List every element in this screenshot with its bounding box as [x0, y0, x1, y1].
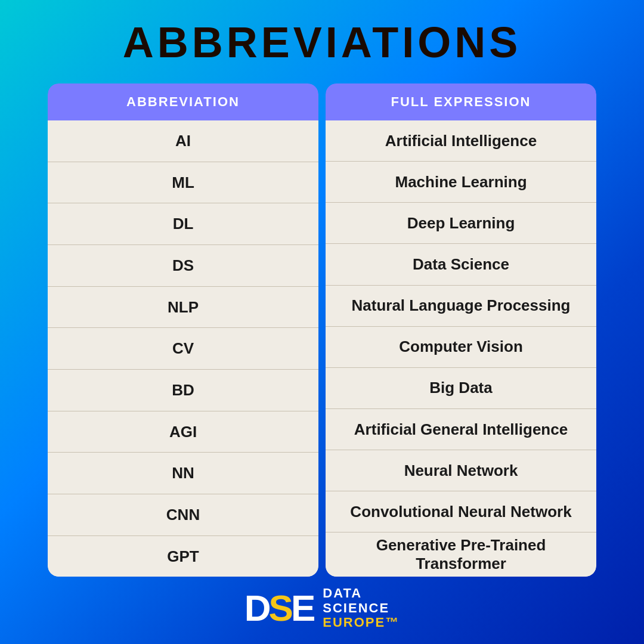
table-row: GPT — [48, 536, 318, 577]
table-row: Computer Vision — [326, 327, 596, 368]
page-title: ABBREVIATIONS — [123, 18, 522, 67]
table-row: Big Data — [326, 368, 596, 409]
full-expression-column-body: Artificial IntelligenceMachine LearningD… — [326, 120, 596, 577]
table-row: NLP — [48, 287, 318, 329]
abbreviation-column: ABBREVIATION AIMLDLDSNLPCVBDAGINNCNNGPT — [48, 83, 318, 577]
full-expression-column-header: FULL EXPRESSION — [326, 83, 596, 120]
table-row: DL — [48, 203, 318, 245]
dse-logo-text: DATA SCIENCE EUROPE™ — [323, 586, 400, 630]
table-row: NN — [48, 453, 318, 494]
dse-d-letter: D — [244, 590, 271, 627]
dse-text-data: DATA — [323, 586, 400, 600]
table-row: Natural Language Processing — [326, 286, 596, 327]
dse-logo-letters: D S E — [244, 590, 316, 627]
table-row: BD — [48, 370, 318, 411]
table-row: CNN — [48, 494, 318, 536]
table-row: Data Science — [326, 244, 596, 285]
table-row: AI — [48, 120, 318, 162]
abbreviations-table: ABBREVIATION AIMLDLDSNLPCVBDAGINNCNNGPT … — [48, 83, 596, 577]
dse-e-letter: E — [291, 590, 315, 627]
table-row: Deep Learning — [326, 203, 596, 244]
table-row: Convolutional Neural Network — [326, 491, 596, 532]
table-row: CV — [48, 328, 318, 370]
table-row: Machine Learning — [326, 162, 596, 203]
table-row: DS — [48, 245, 318, 287]
table-row: Artificial General Intelligence — [326, 409, 596, 450]
abbreviation-column-body: AIMLDLDSNLPCVBDAGINNCNNGPT — [48, 120, 318, 577]
table-row: ML — [48, 162, 318, 204]
dse-text-europe: EUROPE™ — [323, 615, 400, 630]
table-row: Neural Network — [326, 450, 596, 491]
dse-s-letter: S — [269, 590, 293, 627]
table-row: AGI — [48, 411, 318, 453]
logo-area: D S E DATA SCIENCE EUROPE™ — [244, 586, 400, 630]
abbreviation-column-header: ABBREVIATION — [48, 83, 318, 120]
full-expression-column: FULL EXPRESSION Artificial IntelligenceM… — [326, 83, 596, 577]
table-row: Generative Pre-Trained Transformer — [326, 532, 596, 577]
table-row: Artificial Intelligence — [326, 120, 596, 162]
dse-text-science: SCIENCE — [323, 601, 400, 615]
